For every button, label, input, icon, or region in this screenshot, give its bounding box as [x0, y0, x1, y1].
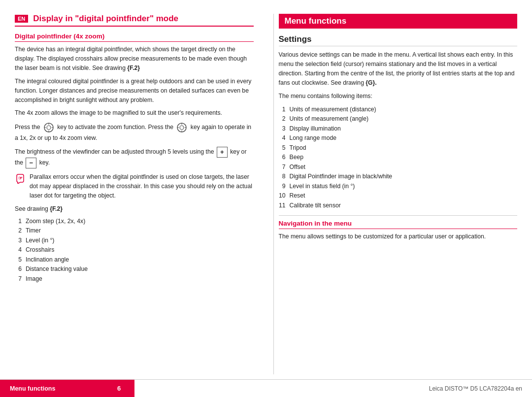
left-list: 1Zoom step (1x, 2x, 4x) 2Timer 3Level (i… — [15, 217, 254, 284]
note-icon: ☞ — [15, 173, 26, 184]
settings-title: Settings — [279, 34, 518, 46]
zoom-key-icon2 — [176, 122, 188, 133]
settings-ref: {G}. — [366, 79, 376, 86]
footer: Menu functions 6 Leica DISTO™ D5 LCA7822… — [0, 379, 532, 397]
note-row: ☞ Parallax errors occur when the digital… — [15, 172, 254, 200]
footer-left-label: Menu functions — [0, 380, 103, 397]
svg-point-1 — [47, 126, 51, 130]
svg-text:☞: ☞ — [18, 175, 23, 181]
list-item: 5Tripod — [279, 143, 518, 153]
list-item: 3Display illumination — [279, 124, 518, 134]
settings-para: Various device settings can be made in t… — [279, 50, 518, 88]
left-para1: The device has an integral digital point… — [15, 45, 254, 73]
en-badge: EN — [15, 15, 28, 23]
list-item: 1Zoom step (1x, 2x, 4x) — [15, 217, 254, 227]
footer-right-label: Leica DISTO™ D5 LCA782204a en — [134, 385, 532, 392]
left-section-title: Display in "digital pointfinder" mode — [33, 14, 178, 24]
list-item: 10Reset — [279, 191, 518, 201]
left-para2: The integral coloured digital pointfinde… — [15, 77, 254, 105]
minus-key: − — [26, 158, 36, 168]
left-para3: The 4x zoom allows the image to be magni… — [15, 108, 254, 118]
left-section-header: EN Display in "digital pointfinder" mode — [15, 14, 254, 27]
subsection-title: Digital pointfinder (4x zoom) — [15, 33, 254, 42]
divider — [279, 215, 518, 216]
menu-items-list: 1Units of measurement (distance) 2Units … — [279, 105, 518, 211]
list-item: 4Long range mode — [279, 133, 518, 143]
main-content: EN Display in "digital pointfinder" mode… — [0, 0, 532, 379]
list-item: 8Digital Pointfinder image in black/whit… — [279, 172, 518, 182]
right-section-header: Menu functions — [279, 14, 518, 29]
menu-intro: The menu contains following items: — [279, 92, 518, 101]
list-item: 3Level (in °) — [15, 236, 254, 246]
list-item: 6Distance tracking value — [15, 265, 254, 274]
list-item: 2Timer — [15, 226, 254, 236]
see-drawing-ref: {F.2} — [50, 205, 63, 212]
list-item: 2Units of measurement (angle) — [279, 114, 518, 124]
list-item: 7Image — [15, 274, 254, 284]
list-item: 4Crosshairs — [15, 245, 254, 255]
right-section-title: Menu functions — [285, 16, 347, 26]
left-ref1: {F.2} — [127, 65, 140, 71]
left-para5: The brightness of the viewfinder can be … — [15, 147, 254, 168]
list-item: 9Level in status field (in °) — [279, 182, 518, 192]
note-text: Parallax errors occur when the digital p… — [30, 172, 254, 200]
list-item: 1Units of measurement (distance) — [279, 105, 518, 115]
left-para4: Press the key to activate the zoom funct… — [15, 122, 254, 143]
list-item: 6Beep — [279, 153, 518, 163]
list-item: 7Offset — [279, 163, 518, 172]
nav-title: Navigation in the menu — [279, 220, 518, 229]
see-drawing: See drawing {F.2} — [15, 204, 254, 214]
plus-key: + — [217, 147, 228, 158]
zoom-key-icon1 — [43, 122, 55, 133]
page-wrapper: EN Display in "digital pointfinder" mode… — [0, 0, 532, 397]
left-column: EN Display in "digital pointfinder" mode… — [15, 14, 259, 374]
footer-page-number: 6 — [103, 380, 134, 397]
list-item: 5Inclination angle — [15, 255, 254, 265]
list-item: 11Calibrate tilt sensor — [279, 201, 518, 211]
nav-para: The menu allows settings to be customize… — [279, 232, 518, 241]
svg-point-7 — [180, 126, 184, 130]
right-column: Menu functions Settings Various device s… — [273, 14, 518, 374]
